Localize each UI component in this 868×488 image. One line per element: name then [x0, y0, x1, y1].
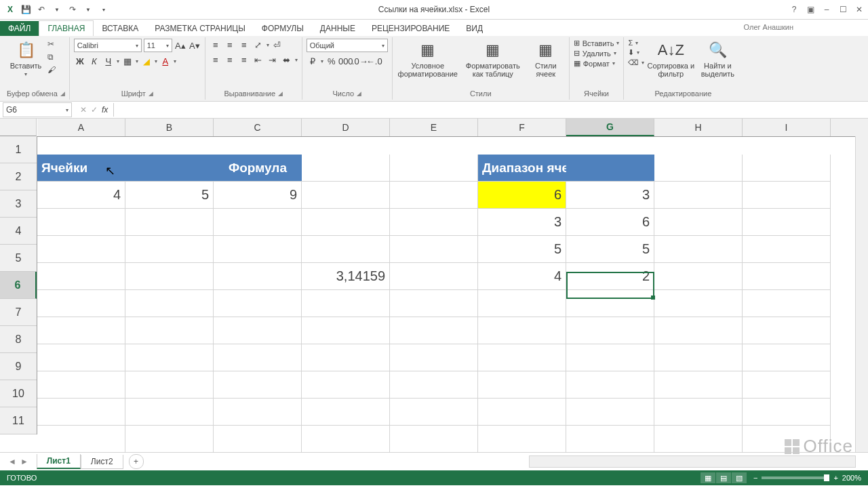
- cell-H1[interactable]: [654, 155, 743, 182]
- shrink-font-icon[interactable]: A▾: [189, 39, 201, 52]
- cell-D3[interactable]: [302, 209, 390, 236]
- cell-D4[interactable]: [302, 236, 390, 263]
- cell-H10[interactable]: [654, 399, 743, 426]
- cell-E8[interactable]: [390, 344, 478, 371]
- select-all-corner[interactable]: [0, 119, 37, 136]
- cell-E4[interactable]: [390, 236, 478, 263]
- cell-G3[interactable]: 6: [566, 209, 654, 236]
- cell-B9[interactable]: [125, 371, 214, 399]
- cell-B5[interactable]: [125, 263, 214, 290]
- row-header-7[interactable]: 7: [0, 299, 37, 326]
- cell-B6[interactable]: [125, 290, 214, 317]
- cell-I2[interactable]: [743, 182, 831, 209]
- cell-G5[interactable]: 2: [566, 263, 654, 290]
- conditional-format-button[interactable]: ▦Условное форматирование: [397, 39, 459, 78]
- cell-C10[interactable]: [214, 399, 302, 426]
- cell-E7[interactable]: [390, 317, 478, 344]
- col-header-I[interactable]: I: [743, 119, 831, 136]
- tab-data[interactable]: ДАННЫЕ: [312, 21, 363, 36]
- cell-H11[interactable]: [654, 426, 743, 452]
- cell-B7[interactable]: [125, 317, 214, 344]
- cell-D5[interactable]: 3,14159: [302, 263, 390, 290]
- zoom-out-icon[interactable]: −: [753, 474, 757, 482]
- cell-C3[interactable]: [214, 209, 302, 236]
- row-header-2[interactable]: 2: [0, 163, 37, 190]
- tab-insert[interactable]: ВСТАВКА: [94, 21, 146, 36]
- clear-button[interactable]: ⌫▾: [628, 58, 644, 67]
- orientation-icon[interactable]: ⤢: [252, 39, 264, 51]
- cell-A4[interactable]: [37, 236, 125, 263]
- cell-H3[interactable]: [654, 209, 743, 236]
- col-header-H[interactable]: H: [654, 119, 743, 136]
- cell-E1[interactable]: [390, 155, 478, 182]
- col-header-C[interactable]: C: [214, 119, 302, 136]
- sheet-nav-next-icon[interactable]: ►: [20, 457, 28, 466]
- format-as-table-button[interactable]: ▦Форматировать как таблицу: [462, 39, 524, 78]
- cell-F7[interactable]: [478, 317, 566, 344]
- tab-formulas[interactable]: ФОРМУЛЫ: [254, 21, 312, 36]
- cell-E6[interactable]: [390, 290, 478, 317]
- col-header-F[interactable]: F: [478, 119, 566, 136]
- minimize-icon[interactable]: –: [821, 5, 833, 14]
- tab-home[interactable]: ГЛАВНАЯ: [39, 20, 94, 36]
- align-right-icon[interactable]: ≡: [238, 54, 250, 66]
- dialog-launcher-icon[interactable]: ◢: [60, 90, 65, 97]
- cell-F11[interactable]: [478, 426, 566, 452]
- view-pagebreak-icon[interactable]: ▧: [732, 472, 747, 483]
- view-normal-icon[interactable]: ▦: [701, 472, 715, 483]
- font-size-select[interactable]: 11▾: [144, 39, 172, 52]
- row-header-1[interactable]: 1: [0, 136, 37, 163]
- cell-H9[interactable]: [654, 371, 743, 399]
- cancel-formula-icon[interactable]: ✕: [80, 105, 87, 115]
- cell-I8[interactable]: [743, 344, 831, 371]
- dialog-launcher-icon[interactable]: ◢: [149, 90, 153, 97]
- cell-F10[interactable]: [478, 399, 566, 426]
- cell-G11[interactable]: [566, 426, 654, 452]
- cell-A10[interactable]: [37, 399, 125, 426]
- cell-C2[interactable]: 9: [214, 182, 302, 209]
- cell-D11[interactable]: [302, 426, 390, 452]
- cell-I10[interactable]: [743, 399, 831, 426]
- cell-A11[interactable]: [37, 426, 125, 452]
- zoom-in-icon[interactable]: +: [833, 474, 837, 482]
- cell-I7[interactable]: [743, 317, 831, 344]
- row-header-10[interactable]: 10: [0, 380, 37, 407]
- comma-icon[interactable]: 000: [340, 55, 352, 67]
- qat-customize-icon[interactable]: ▾: [98, 3, 110, 16]
- format-cells-button[interactable]: ▦Формат▾: [574, 59, 620, 68]
- cell-I5[interactable]: [743, 263, 831, 290]
- cell-F6[interactable]: [478, 290, 566, 317]
- zoom-level[interactable]: 200%: [842, 474, 861, 482]
- fill-button[interactable]: ⬇▾: [628, 48, 644, 57]
- enter-formula-icon[interactable]: ✓: [91, 105, 98, 115]
- vertical-scrollbar[interactable]: [855, 136, 868, 452]
- cell-H4[interactable]: [654, 236, 743, 263]
- cell-I3[interactable]: [743, 209, 831, 236]
- cell-B8[interactable]: [125, 344, 214, 371]
- currency-icon[interactable]: ₽: [307, 55, 319, 67]
- cell-D7[interactable]: [302, 317, 390, 344]
- col-header-E[interactable]: E: [390, 119, 478, 136]
- cell-E3[interactable]: [390, 209, 478, 236]
- cell-G6[interactable]: [566, 290, 654, 317]
- cell-E2[interactable]: [390, 182, 478, 209]
- percent-icon[interactable]: %: [326, 55, 338, 67]
- cell-B2[interactable]: 5: [125, 182, 214, 209]
- formula-bar[interactable]: [113, 103, 868, 117]
- cell-C11[interactable]: [214, 426, 302, 452]
- tab-layout[interactable]: РАЗМЕТКА СТРАНИЦЫ: [146, 21, 254, 36]
- decrease-decimal-icon[interactable]: ←.0: [368, 55, 380, 67]
- cell-B1[interactable]: [125, 155, 214, 182]
- help-icon[interactable]: ?: [788, 5, 800, 14]
- redo-dropdown-icon[interactable]: ▼: [82, 3, 94, 16]
- save-icon[interactable]: 💾: [20, 3, 32, 16]
- cell-I4[interactable]: [743, 236, 831, 263]
- row-header-11[interactable]: 11: [0, 407, 37, 434]
- close-icon[interactable]: ✕: [853, 5, 865, 14]
- maximize-icon[interactable]: ☐: [837, 5, 849, 14]
- cell-A5[interactable]: [37, 263, 125, 290]
- tab-file[interactable]: ФАЙЛ: [0, 21, 39, 36]
- fill-color-icon[interactable]: ◢: [140, 55, 153, 67]
- cell-D6[interactable]: [302, 290, 390, 317]
- cell-I9[interactable]: [743, 371, 831, 399]
